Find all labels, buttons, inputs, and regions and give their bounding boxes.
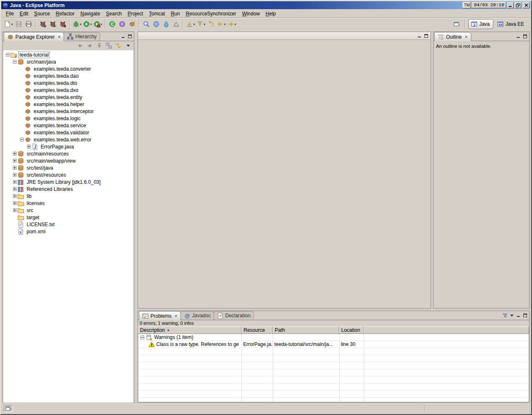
tree-item-target[interactable]: target [3, 214, 133, 221]
tree-item-src-main-webapp-view[interactable]: src/main/webapp/view [3, 157, 133, 164]
tree-item-lib[interactable]: lib [3, 193, 133, 200]
next-annotation-button[interactable]: ▾ [185, 19, 196, 29]
column-header-path[interactable]: Path [273, 326, 339, 334]
tab-outline[interactable]: Outline ✕ [434, 32, 471, 41]
expand-icon[interactable] [12, 194, 17, 198]
maximize-view-icon[interactable] [522, 313, 528, 318]
expand-icon[interactable] [12, 187, 17, 191]
tree-item-src[interactable]: src [3, 207, 133, 214]
new-java-class-button[interactable]: C [107, 19, 117, 29]
tree-item-examples-teeda-dxo[interactable]: examples.teeda.dxo [3, 86, 133, 94]
expand-icon[interactable] [26, 145, 32, 148]
dropdown-arrow-icon[interactable]: ▾ [80, 22, 81, 26]
title-bar[interactable]: Java - Eclipse Platform TM 04/03 20:10 [1, 1, 531, 9]
filter-icon[interactable] [502, 313, 508, 318]
problem-row[interactable]: Class is a raw type. References to geErr… [138, 341, 529, 348]
close-tab-icon[interactable]: ✕ [58, 35, 61, 39]
tree-item-teeda-tutorial[interactable]: Jteeda-tutorial [3, 51, 133, 58]
menu-search[interactable]: Search [103, 10, 125, 17]
tree-item-src-test-resources[interactable]: src/test/resources [3, 171, 133, 178]
tree-item-examples-teeda-interceptor[interactable]: examples.teeda.interceptor [3, 108, 133, 115]
last-edit-location-button[interactable] [206, 19, 216, 29]
jsp-preview-button[interactable] [171, 19, 181, 29]
tomcat-stop-button[interactable] [58, 19, 68, 29]
save-button[interactable] [14, 19, 24, 29]
open-web-browser-button[interactable] [151, 19, 161, 29]
tab-hierarchy[interactable]: Hierarchy [64, 32, 100, 41]
menu-refactor[interactable]: Refactor [53, 10, 77, 17]
tree-item-examples-teeda-web-error[interactable]: examples.teeda.web.error [3, 136, 133, 143]
run-button[interactable]: ▾ [82, 19, 93, 29]
tree-item-examples-teeda-helper[interactable]: examples.teeda.helper [3, 101, 133, 108]
tree-item-examples-teeda-entity[interactable]: examples.teeda.entity [3, 94, 133, 101]
expand-icon[interactable] [12, 173, 17, 177]
minimize-view-icon[interactable] [121, 34, 126, 39]
expand-icon[interactable] [12, 166, 17, 170]
view-menu-icon[interactable] [124, 42, 132, 49]
search-button[interactable] [141, 19, 151, 29]
tree-item-examples-teeda-service[interactable]: examples.teeda.service [3, 122, 133, 129]
close-button[interactable] [523, 2, 530, 8]
up-arrow-icon[interactable] [95, 42, 103, 49]
dropdown-arrow-icon[interactable]: ▾ [193, 22, 195, 26]
perspective-javaee-button[interactable]: EE Java EE [495, 19, 528, 29]
column-header-location[interactable]: Location [339, 326, 364, 334]
menu-window[interactable]: Window [239, 10, 263, 17]
ime-indicator[interactable]: TM [463, 2, 471, 8]
tree-item-examples-teeda-logic[interactable]: examples.teeda.logic [3, 115, 133, 122]
minimize-view-icon[interactable] [516, 313, 521, 318]
debug-button[interactable]: ▾ [72, 19, 82, 29]
data-source-button[interactable] [161, 19, 171, 29]
new-wizard-button[interactable]: ▾ [3, 19, 14, 29]
expand-icon[interactable] [12, 208, 17, 212]
back-arrow-icon[interactable] [76, 42, 84, 49]
column-header-resource[interactable]: Resource [241, 326, 273, 334]
collapse-icon[interactable] [140, 336, 145, 339]
menu-source[interactable]: Source [31, 10, 53, 17]
tree-item-src-test-java[interactable]: src/test/java [3, 164, 133, 171]
close-tab-icon[interactable]: ✕ [465, 35, 468, 39]
dropdown-arrow-icon[interactable]: ▾ [101, 22, 102, 26]
menu-help[interactable]: Help [263, 10, 279, 17]
expand-icon[interactable] [12, 152, 17, 156]
menu-file[interactable]: File [3, 10, 17, 17]
collapse-icon[interactable] [19, 138, 25, 141]
menu-edit[interactable]: Edit [17, 10, 31, 17]
close-tab-icon[interactable]: ✕ [175, 314, 178, 318]
maximize-view-icon[interactable] [424, 33, 429, 39]
dropdown-arrow-icon[interactable]: ▾ [204, 22, 205, 26]
collapse-icon[interactable] [5, 53, 10, 57]
minimize-button[interactable] [507, 2, 514, 8]
tree-item-jre-system-library-jdk1-6-0-03[interactable]: JRE System Library [jdk1.6.0_03] [3, 178, 133, 185]
problems-group-row[interactable]: Warnings (1 item) [138, 334, 529, 341]
tab-declaration[interactable]: Declaration [214, 311, 254, 320]
tree-item-examples-teeda-dao[interactable]: examples.teeda.dao [3, 72, 133, 79]
expand-icon[interactable] [12, 159, 17, 163]
tree-item-errorpage-java[interactable]: JErrorPage.java [3, 143, 133, 150]
menu-run[interactable]: Run [168, 10, 183, 17]
new-java-package-button[interactable] [127, 19, 137, 29]
collapse-icon[interactable] [12, 60, 17, 64]
perspective-java-button[interactable]: J Java [468, 19, 493, 29]
menu-tomcat[interactable]: Tomcat [146, 10, 168, 17]
column-header-description[interactable]: Description ▲ [138, 326, 241, 334]
tree-item-referenced-libraries[interactable]: Referenced Libraries [3, 185, 133, 193]
restore-button[interactable] [515, 2, 521, 8]
view-menu-icon[interactable] [509, 313, 515, 318]
print-button[interactable] [24, 19, 34, 29]
tree-item-examples-teeda-validator[interactable]: examples.teeda.validator [3, 129, 133, 136]
forward-button[interactable]: ▾ [227, 19, 237, 29]
dropdown-arrow-icon[interactable]: ▾ [234, 22, 236, 26]
back-button[interactable]: ▾ [216, 19, 227, 29]
tomcat-debug-button[interactable] [38, 19, 48, 29]
expand-icon[interactable] [12, 201, 17, 205]
tree-item-src-main-java[interactable]: src/main/java [3, 58, 133, 65]
tree-item-examples-teeda-converter[interactable]: examples.teeda.converter [3, 65, 133, 72]
dropdown-arrow-icon[interactable]: ▾ [11, 22, 13, 26]
menu-resourcesynchronizer[interactable]: ResourceSynchronizer [183, 10, 239, 17]
tree-item-pom-xml[interactable]: Xpom.xml [3, 228, 133, 235]
forward-arrow-icon[interactable] [86, 42, 94, 49]
dropdown-arrow-icon[interactable]: ▾ [224, 22, 226, 26]
tree-item-license-txt[interactable]: LICENSE.txt [3, 221, 133, 228]
expand-icon[interactable] [12, 180, 17, 184]
